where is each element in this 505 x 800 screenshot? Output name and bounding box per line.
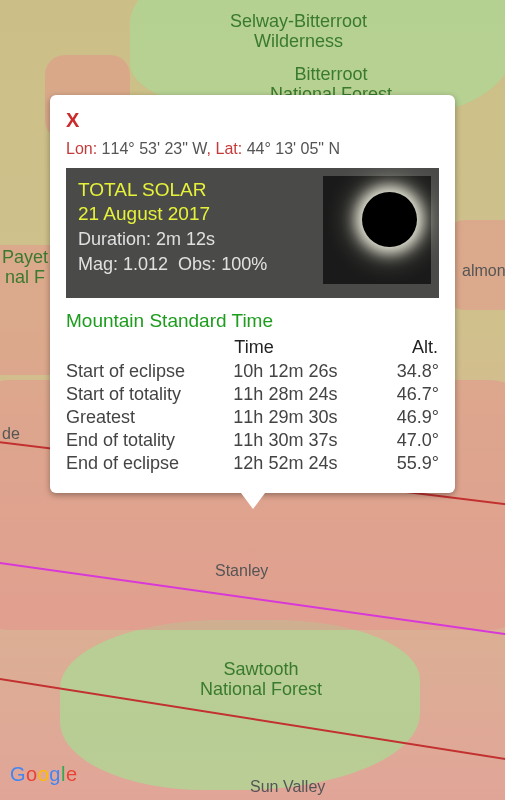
event-name: Start of eclipse — [66, 360, 233, 383]
city-label-salmon: almon — [462, 262, 505, 280]
obs-value: 100% — [221, 254, 267, 274]
table-row: End of totality11h 30m 37s47.0° — [66, 429, 439, 452]
event-name: End of totality — [66, 429, 233, 452]
lat-label: Lat: — [215, 140, 242, 157]
mag-value: 1.012 — [123, 254, 168, 274]
lon-value: 114° 53' 23" W — [102, 140, 207, 157]
event-time: 11h 29m 30s — [233, 406, 379, 429]
event-time: 11h 28m 24s — [233, 383, 379, 406]
timezone-label: Mountain Standard Time — [66, 310, 439, 332]
obs-label: Obs: — [178, 254, 216, 274]
event-time: 10h 12m 26s — [233, 360, 379, 383]
city-label-sunvalley: Sun Valley — [250, 778, 325, 796]
table-row: End of eclipse12h 52m 24s55.9° — [66, 452, 439, 475]
duration-label: Duration: — [78, 229, 151, 249]
eclipse-sun-icon — [362, 192, 417, 247]
eclipse-date: 21 August 2017 — [78, 203, 210, 224]
event-alt: 46.9° — [380, 406, 439, 429]
col-alt: Alt. — [380, 336, 439, 360]
mag-label: Mag: — [78, 254, 118, 274]
table-row: Start of eclipse10h 12m 26s34.8° — [66, 360, 439, 383]
forest-label-selway: Selway-BitterrootWilderness — [230, 12, 367, 52]
event-time: 12h 52m 24s — [233, 452, 379, 475]
city-label-de: de — [2, 425, 20, 443]
col-time: Time — [233, 336, 379, 360]
table-row: Greatest11h 29m 30s46.9° — [66, 406, 439, 429]
eclipse-type: TOTAL SOLAR — [78, 179, 206, 200]
forest-blob — [60, 620, 420, 790]
coordinates-row: Lon: 114° 53' 23" W, Lat: 44° 13' 05" N — [66, 140, 439, 158]
eclipse-banner: TOTAL SOLAR 21 August 2017 Duration: 2m … — [66, 168, 439, 298]
event-alt: 34.8° — [380, 360, 439, 383]
eclipse-info-popup: X Lon: 114° 53' 23" W, Lat: 44° 13' 05" … — [50, 95, 455, 493]
event-time: 11h 30m 37s — [233, 429, 379, 452]
eclipse-times-table: Time Alt. Start of eclipse10h 12m 26s34.… — [66, 336, 439, 475]
google-attribution: Google — [10, 763, 78, 786]
duration-value: 2m 12s — [156, 229, 215, 249]
lat-value: 44° 13' 05" N — [247, 140, 340, 157]
event-alt: 47.0° — [380, 429, 439, 452]
forest-label-payette: Payetnal F — [2, 248, 48, 288]
city-label-stanley: Stanley — [215, 562, 268, 580]
event-alt: 55.9° — [380, 452, 439, 475]
event-name: Start of totality — [66, 383, 233, 406]
forest-label-sawtooth: SawtoothNational Forest — [200, 660, 322, 700]
event-name: Greatest — [66, 406, 233, 429]
event-name: End of eclipse — [66, 452, 233, 475]
event-alt: 46.7° — [380, 383, 439, 406]
col-event — [66, 336, 233, 360]
lon-label: Lon: — [66, 140, 97, 157]
eclipse-thumbnail — [323, 176, 431, 284]
close-button[interactable]: X — [66, 109, 439, 132]
table-row: Start of totality11h 28m 24s46.7° — [66, 383, 439, 406]
